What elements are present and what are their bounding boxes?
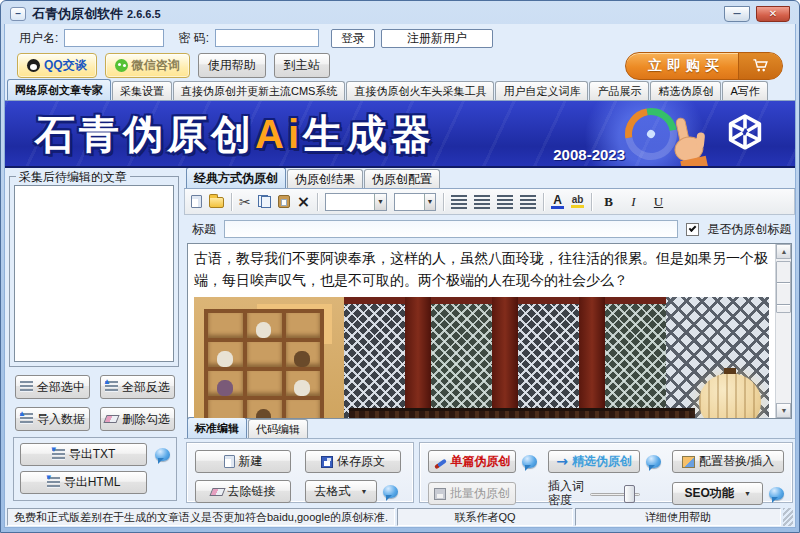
- italic-button[interactable]: I: [624, 194, 642, 210]
- pointing-hand-icon: [652, 111, 717, 168]
- tab-a-writing[interactable]: A写作: [722, 81, 767, 100]
- chevron-down-icon[interactable]: [424, 194, 435, 210]
- cart-icon: [752, 57, 769, 74]
- paste-icon[interactable]: [278, 195, 290, 208]
- single-pseudo-button[interactable]: 单篇伪原创: [428, 450, 516, 473]
- article-editor[interactable]: 古语，教导我们不要阿谀奉承，这样的人，虽然八面玲珑，往往活的很累。但是如果另一个…: [187, 243, 792, 419]
- density-slider[interactable]: [590, 484, 640, 504]
- help-bubble-icon[interactable]: [383, 485, 398, 498]
- select-all-button[interactable]: 全部选中: [15, 375, 90, 399]
- tab-custom-dictionary[interactable]: 用户自定义词库: [495, 81, 588, 100]
- help-bubble-icon[interactable]: [522, 455, 537, 468]
- font-size-combo[interactable]: [394, 193, 436, 211]
- buy-now-label: 立即购买: [626, 57, 738, 75]
- delete-checked-button[interactable]: 删除勾选: [100, 407, 175, 431]
- highlight-color-icon[interactable]: ab: [571, 195, 585, 208]
- tab-pseudo-config[interactable]: 伪原创配置: [364, 169, 440, 188]
- chevron-down-icon[interactable]: [374, 194, 386, 210]
- close-button[interactable]: [756, 6, 790, 22]
- seo-functions-label: SEO功能: [685, 485, 734, 502]
- new-document-button[interactable]: 新建: [195, 450, 291, 473]
- editor-content[interactable]: 古语，教导我们不要阿谀奉承，这样的人，虽然八面玲珑，往往活的很累。但是如果另一个…: [188, 244, 775, 418]
- pseudo-title-checkbox[interactable]: [686, 223, 699, 236]
- new-file-icon: [224, 455, 235, 468]
- import-data-label: 导入数据: [37, 411, 85, 428]
- username-input[interactable]: [64, 29, 164, 47]
- underline-button[interactable]: U: [649, 194, 667, 210]
- align-right-icon[interactable]: [497, 195, 513, 209]
- font-family-combo[interactable]: [325, 193, 387, 211]
- align-left-icon[interactable]: [451, 195, 467, 209]
- scroll-up-icon[interactable]: [776, 244, 791, 259]
- vase-decor: [294, 380, 310, 396]
- password-input[interactable]: [215, 29, 319, 47]
- export-html-button[interactable]: 导出HTML: [20, 471, 147, 494]
- vase-decor: [256, 322, 272, 338]
- export-txt-icon: [52, 449, 65, 461]
- font-color-icon[interactable]: A: [551, 195, 564, 209]
- tab-collect-settings[interactable]: 采集设置: [112, 81, 172, 100]
- config-icon: [682, 456, 695, 468]
- featured-pseudo-button[interactable]: 精选伪原创: [548, 450, 640, 473]
- help-bubble-icon[interactable]: [155, 448, 170, 461]
- wechat-button[interactable]: 微信咨询: [105, 53, 190, 78]
- delete-icon[interactable]: [297, 193, 310, 211]
- editor-toolbar: A ab B I U: [184, 189, 795, 215]
- seo-functions-button[interactable]: SEO功能: [672, 482, 763, 505]
- tab-locomotive-tool[interactable]: 直接伪原创火车头采集工具: [346, 81, 494, 100]
- shelf-cell: [208, 400, 243, 418]
- export-txt-button[interactable]: 导出TXT: [20, 443, 147, 466]
- window-menu-icon[interactable]: [10, 7, 26, 21]
- resize-grip[interactable]: [783, 508, 793, 526]
- quick-buttons-row: QQ交谈 微信咨询 使用帮助 到主站 立即购买: [5, 49, 795, 80]
- batch-pseudo-button[interactable]: 批量伪原创: [428, 482, 516, 505]
- minimize-button[interactable]: [724, 6, 750, 22]
- slider-handle[interactable]: [624, 485, 635, 503]
- scrollbar-track[interactable]: [776, 259, 791, 403]
- lattice-pane: [344, 297, 405, 418]
- tab-cms-update[interactable]: 直接伪原创并更新主流CMS系统: [173, 81, 345, 100]
- toolbar-separator: [591, 193, 592, 211]
- delete-checked-label: 删除勾选: [122, 411, 170, 428]
- align-justify-icon[interactable]: [520, 195, 536, 209]
- tab-product-display[interactable]: 产品展示: [589, 81, 649, 100]
- help-bubble-icon[interactable]: [769, 487, 784, 500]
- article-title-input[interactable]: [224, 220, 678, 238]
- qq-chat-button[interactable]: QQ交谈: [17, 53, 97, 78]
- remove-links-label: 去除链接: [228, 483, 276, 500]
- tab-featured-pseudo[interactable]: 精选伪原创: [650, 81, 721, 100]
- import-data-button[interactable]: 导入数据: [15, 407, 90, 431]
- wechat-icon: [115, 59, 128, 72]
- buy-now-button[interactable]: 立即购买: [625, 52, 783, 80]
- bold-button[interactable]: B: [599, 194, 617, 210]
- config-replace-button[interactable]: 配置替换/插入: [672, 450, 784, 473]
- toolbar-separator: [317, 193, 318, 211]
- tab-classic-pseudo[interactable]: 经典方式伪原创: [186, 167, 286, 188]
- save-original-button[interactable]: 保存原文: [305, 450, 401, 473]
- cut-icon[interactable]: [239, 193, 251, 211]
- remove-format-button[interactable]: 去格式: [305, 480, 377, 503]
- export-html-label: 导出HTML: [64, 474, 121, 491]
- open-folder-icon[interactable]: [209, 197, 224, 208]
- help-bubble-icon[interactable]: [646, 455, 661, 468]
- tab-pseudo-result[interactable]: 伪原创结果: [287, 169, 363, 188]
- editor-scrollbar[interactable]: [775, 244, 791, 418]
- remove-links-button[interactable]: 去除链接: [195, 480, 291, 503]
- scroll-down-icon[interactable]: [776, 403, 791, 418]
- copy-icon[interactable]: [258, 195, 271, 208]
- main-site-button[interactable]: 到主站: [274, 53, 330, 78]
- align-center-icon[interactable]: [474, 195, 490, 209]
- detailed-help[interactable]: 详细使用帮助: [575, 508, 781, 526]
- login-button[interactable]: 登录: [331, 29, 375, 48]
- tab-standard-edit[interactable]: 标准编辑: [187, 417, 247, 438]
- help-button[interactable]: 使用帮助: [198, 53, 266, 78]
- pending-articles-list[interactable]: [14, 185, 174, 362]
- tab-code-edit[interactable]: 代码编辑: [248, 419, 308, 438]
- batch-icon: [434, 488, 446, 500]
- tab-network-original-expert[interactable]: 网络原创文章专家: [7, 79, 111, 100]
- invert-selection-button[interactable]: 全部反选: [100, 375, 175, 399]
- contact-author-qq[interactable]: 联系作者QQ: [397, 508, 573, 526]
- new-file-icon[interactable]: [191, 195, 202, 208]
- register-button[interactable]: 注册新用户: [381, 29, 493, 48]
- scrollbar-thumb[interactable]: [776, 261, 791, 313]
